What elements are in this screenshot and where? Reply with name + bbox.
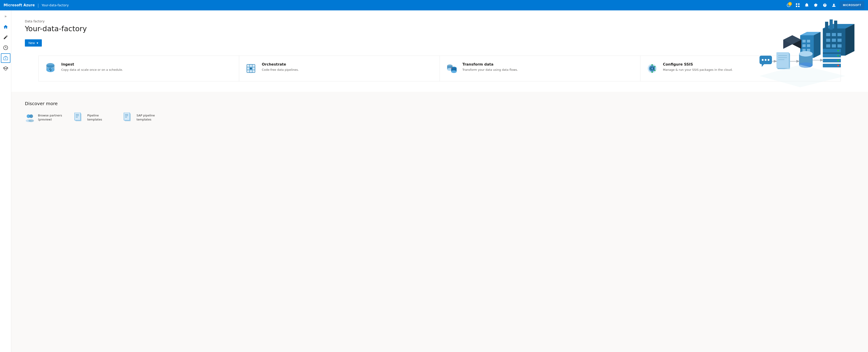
action-card-orchestrate[interactable]: Orchestrate Code-free data pipelines. xyxy=(239,56,440,81)
orchestrate-title: Orchestrate xyxy=(262,62,299,66)
svg-marker-55 xyxy=(762,64,764,67)
notification-badge: 1 xyxy=(788,2,792,6)
svg-point-89 xyxy=(29,114,33,118)
svg-point-56 xyxy=(762,59,764,61)
pipeline-templates-icon xyxy=(74,113,84,122)
pipeline-templates-label: Pipeline templates xyxy=(87,114,114,122)
svg-rect-50 xyxy=(776,52,789,68)
svg-rect-30 xyxy=(807,44,810,47)
orchestrate-desc: Code-free data pipelines. xyxy=(262,68,299,72)
transform-desc: Transform your data using data flows. xyxy=(463,68,518,72)
sap-pipeline-templates-label: SAP pipeline templates xyxy=(136,114,164,122)
topbar: Microsoft Azure | Your-data-factory 1 MI… xyxy=(0,0,868,10)
discover-item-pipeline-templates[interactable]: Pipeline templates xyxy=(74,113,114,122)
svg-point-58 xyxy=(768,59,770,61)
svg-marker-26 xyxy=(814,32,820,58)
sidebar-item-author[interactable] xyxy=(1,33,10,42)
ingest-card-body: Ingest Copy data at scale once or on a s… xyxy=(61,62,123,72)
ssis-icon xyxy=(646,62,658,75)
svg-rect-32 xyxy=(807,49,810,52)
ingest-title: Ingest xyxy=(61,62,123,66)
svg-marker-62 xyxy=(760,65,845,87)
svg-rect-94 xyxy=(74,113,81,120)
resource-name-label: Your-data-factory xyxy=(41,3,69,7)
svg-point-39 xyxy=(799,51,813,57)
svg-rect-13 xyxy=(832,33,836,36)
hero-section: Data factory Your-data-factory New ▾ xyxy=(11,10,868,92)
svg-rect-2 xyxy=(796,6,797,7)
account-button[interactable] xyxy=(830,1,838,9)
discover-items: Browse partners (preview) Pipeline templ… xyxy=(25,113,855,122)
svg-point-44 xyxy=(837,50,839,52)
svg-point-86 xyxy=(654,70,655,71)
help-button[interactable] xyxy=(821,1,829,9)
settings-button[interactable] xyxy=(812,1,820,9)
svg-point-80 xyxy=(451,70,457,73)
action-card-transform[interactable]: Transform data Transform your data using… xyxy=(440,56,640,81)
svg-rect-19 xyxy=(832,44,836,48)
svg-rect-3 xyxy=(798,6,800,7)
transform-title: Transform data xyxy=(463,62,518,66)
portal-switcher-button[interactable] xyxy=(794,1,802,9)
svg-point-57 xyxy=(765,59,767,61)
discover-item-sap-pipeline-templates[interactable]: SAP pipeline templates xyxy=(123,113,164,122)
svg-rect-15 xyxy=(826,39,830,42)
ssis-card-body: Configure SSIS Manage & run your SSIS pa… xyxy=(663,62,733,72)
sidebar-item-learn[interactable] xyxy=(1,64,10,73)
discover-section: Discover more Browse partners (preview) xyxy=(11,92,868,131)
ssis-title: Configure SSIS xyxy=(663,62,733,66)
svg-rect-21 xyxy=(825,22,828,30)
sidebar: » xyxy=(0,10,11,352)
sidebar-item-home[interactable] xyxy=(1,22,10,32)
svg-rect-20 xyxy=(837,44,842,48)
discover-title: Discover more xyxy=(25,101,855,106)
hero-illustration xyxy=(741,15,855,92)
user-label-button[interactable]: MICROSOFT xyxy=(840,1,864,9)
feedback-button[interactable]: 1 xyxy=(784,1,793,9)
topbar-divider: | xyxy=(37,3,39,8)
svg-marker-11 xyxy=(845,24,855,56)
svg-rect-17 xyxy=(837,39,842,42)
action-card-ingest[interactable]: Ingest Copy data at scale once or on a s… xyxy=(39,56,239,81)
ssis-desc: Manage & run your SSIS packages in the c… xyxy=(663,68,733,72)
svg-point-46 xyxy=(837,60,839,61)
svg-point-87 xyxy=(651,71,653,73)
svg-rect-16 xyxy=(832,39,836,42)
browse-partners-icon xyxy=(25,113,35,122)
transform-icon xyxy=(445,62,458,75)
hero-title: Your-data-factory xyxy=(25,24,855,33)
svg-rect-29 xyxy=(802,44,806,47)
hero-label: Data factory xyxy=(25,20,855,23)
svg-point-91 xyxy=(29,119,34,122)
sidebar-item-manage[interactable] xyxy=(1,53,10,63)
orchestrate-card-body: Orchestrate Code-free data pipelines. xyxy=(262,62,299,72)
transform-card-body: Transform data Transform your data using… xyxy=(463,62,518,72)
svg-point-85 xyxy=(654,66,655,67)
main-content: Data factory Your-data-factory New ▾ xyxy=(11,10,868,352)
browse-partners-label: Browse partners (preview) xyxy=(38,114,65,122)
svg-rect-23 xyxy=(834,21,837,29)
svg-point-74 xyxy=(250,67,252,69)
new-button-label: New xyxy=(29,41,35,45)
new-button[interactable]: New ▾ xyxy=(25,39,42,47)
sidebar-item-monitor[interactable] xyxy=(1,43,10,53)
svg-rect-0 xyxy=(796,3,797,5)
orchestrate-icon xyxy=(245,62,257,75)
svg-point-47 xyxy=(837,65,839,66)
svg-rect-18 xyxy=(826,44,830,48)
sidebar-collapse-button[interactable]: » xyxy=(2,12,10,20)
svg-point-45 xyxy=(837,55,839,57)
discover-item-browse-partners[interactable]: Browse partners (preview) xyxy=(25,113,65,122)
ingest-desc: Copy data at scale once or on a schedule… xyxy=(61,68,123,72)
svg-point-4 xyxy=(833,4,835,5)
ingest-icon xyxy=(44,62,57,75)
action-cards: Ingest Copy data at scale once or on a s… xyxy=(38,56,841,81)
svg-rect-1 xyxy=(798,3,800,5)
svg-rect-14 xyxy=(837,33,842,36)
svg-rect-22 xyxy=(830,20,833,30)
svg-rect-12 xyxy=(826,33,830,36)
notifications-button[interactable] xyxy=(803,1,811,9)
sap-pipeline-templates-icon xyxy=(123,113,133,122)
svg-rect-100 xyxy=(124,113,130,120)
svg-rect-28 xyxy=(807,40,810,42)
